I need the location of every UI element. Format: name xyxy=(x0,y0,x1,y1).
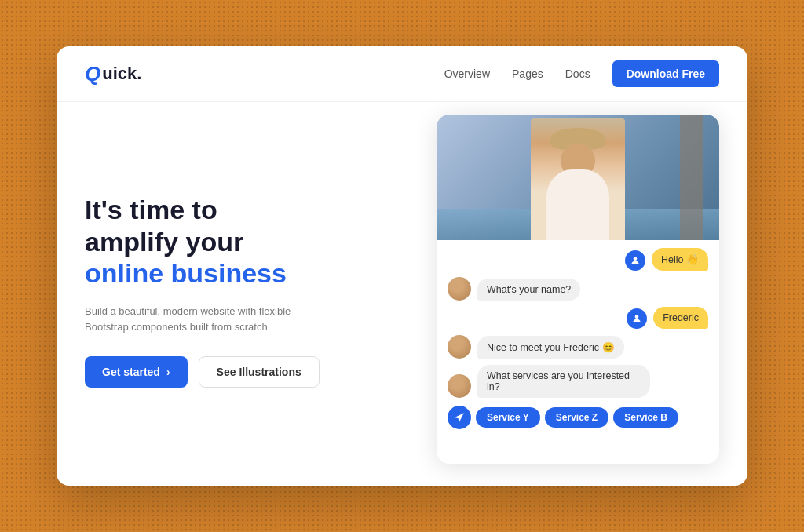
hero-title-line3: online business xyxy=(85,257,411,290)
service-chip-y[interactable]: Service Y xyxy=(476,407,540,428)
service-chip-b[interactable]: Service B xyxy=(613,407,678,428)
arrow-icon: › xyxy=(166,366,170,378)
service-chips-row: Service Y Service Z Service B xyxy=(448,404,708,429)
logo[interactable]: Quick. xyxy=(85,62,141,86)
send-icon xyxy=(454,412,465,423)
chat-message-services-question: What services are you interested in? xyxy=(448,365,708,398)
chat-message-frederic: Frederic xyxy=(448,307,708,329)
chat-card: Hello 👋 What's your name? Frederic xyxy=(437,115,719,464)
nav-pages[interactable]: Pages xyxy=(512,67,543,80)
navbar: Quick. Overview Pages Docs Download Free xyxy=(57,46,747,102)
get-started-label: Get started xyxy=(102,366,160,378)
service-chip-z[interactable]: Service Z xyxy=(545,407,608,428)
user-icon-2 xyxy=(631,313,642,324)
person-body xyxy=(546,169,609,240)
chat-bubble-hello: Hello 👋 xyxy=(652,248,708,271)
chat-message-name-question: What's your name? xyxy=(448,277,708,301)
main-content: It's time to amplify your online busines… xyxy=(57,102,747,486)
hero-title-line2: amplify your xyxy=(85,226,411,258)
hero-title: It's time to amplify your online busines… xyxy=(85,194,411,290)
get-started-button[interactable]: Get started › xyxy=(85,356,188,388)
hero-section: It's time to amplify your online busines… xyxy=(85,102,411,464)
bot-avatar-services xyxy=(448,374,471,398)
logo-q: Q xyxy=(85,62,100,86)
nav-links: Overview Pages Docs Download Free xyxy=(444,60,719,87)
user-avatar-icon-2 xyxy=(627,308,647,329)
svg-point-0 xyxy=(634,257,638,261)
chat-bubble-name-question: What's your name? xyxy=(477,279,580,301)
hero-subtitle: Build a beautiful, modern website with f… xyxy=(85,304,305,334)
chat-hero-image xyxy=(437,115,719,240)
chat-message-hello: Hello 👋 xyxy=(448,248,708,271)
hero-buttons: Get started › See Illustrations xyxy=(85,356,411,388)
hero-title-line1: It's time to xyxy=(85,194,411,226)
avatar-inner xyxy=(448,277,471,301)
chat-body: Hello 👋 What's your name? Frederic xyxy=(437,240,719,439)
chat-bubble-nice-to-meet: Nice to meet you Frederic 😊 xyxy=(477,336,624,359)
nav-overview[interactable]: Overview xyxy=(444,67,490,80)
mast-bg xyxy=(680,115,704,240)
chat-bubble-frederic: Frederic xyxy=(653,307,708,329)
person-figure xyxy=(531,118,625,240)
bot-avatar-nice xyxy=(448,335,471,359)
see-illustrations-button[interactable]: See Illustrations xyxy=(199,356,320,388)
send-button[interactable] xyxy=(448,406,471,429)
logo-text: uick. xyxy=(102,64,141,84)
user-icon xyxy=(630,255,641,266)
download-free-button[interactable]: Download Free xyxy=(612,60,719,87)
chat-bubble-services-question: What services are you interested in? xyxy=(477,365,650,398)
avatar-inner-2 xyxy=(448,335,471,359)
chat-message-nice-to-meet: Nice to meet you Frederic 😊 xyxy=(448,335,708,359)
bot-avatar-whats-name xyxy=(448,277,471,301)
svg-point-1 xyxy=(635,315,639,319)
nav-docs[interactable]: Docs xyxy=(565,67,590,80)
browser-window: Quick. Overview Pages Docs Download Free… xyxy=(57,46,747,486)
avatar-inner-3 xyxy=(448,374,471,398)
user-avatar-icon xyxy=(625,250,645,271)
